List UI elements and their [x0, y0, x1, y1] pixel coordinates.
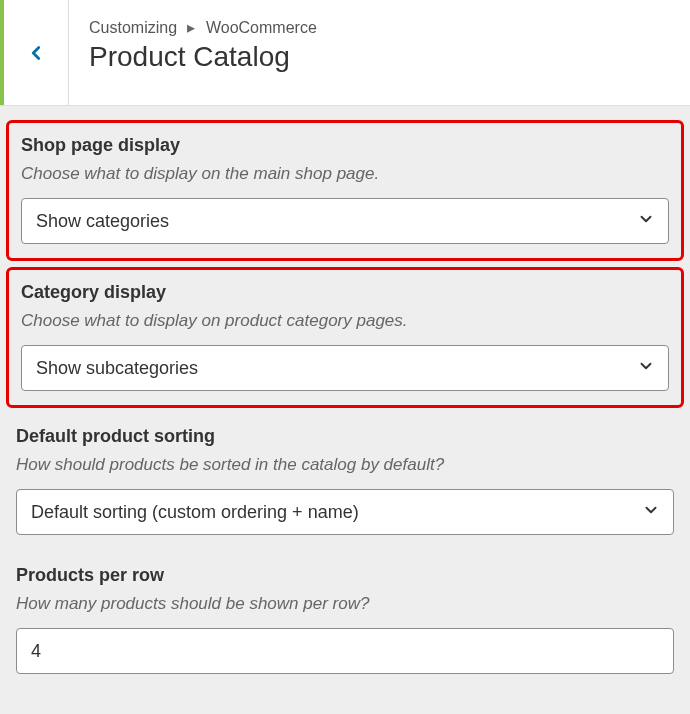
- category-display-desc: Choose what to display on product catego…: [21, 311, 669, 331]
- default-sorting-desc: How should products be sorted in the cat…: [16, 455, 674, 475]
- section-category-display: Category display Choose what to display …: [6, 267, 684, 408]
- customizer-header: Customizing ▸ WooCommerce Product Catalo…: [0, 0, 690, 106]
- page-title: Product Catalog: [89, 41, 670, 73]
- category-display-select-wrapper: Show subcategories: [21, 345, 669, 391]
- default-sorting-select-wrapper: Default sorting (custom ordering + name): [16, 489, 674, 535]
- header-text: Customizing ▸ WooCommerce Product Catalo…: [69, 0, 690, 105]
- category-display-label: Category display: [21, 282, 669, 303]
- breadcrumb-section: WooCommerce: [206, 19, 317, 36]
- section-default-sorting: Default product sorting How should produ…: [0, 412, 690, 551]
- breadcrumb: Customizing ▸ WooCommerce: [89, 18, 670, 37]
- shop-page-display-desc: Choose what to display on the main shop …: [21, 164, 669, 184]
- breadcrumb-root: Customizing: [89, 19, 177, 36]
- products-per-row-label: Products per row: [16, 565, 674, 586]
- shop-page-display-label: Shop page display: [21, 135, 669, 156]
- products-per-row-desc: How many products should be shown per ro…: [16, 594, 674, 614]
- chevron-left-icon: [25, 42, 47, 64]
- back-button[interactable]: [4, 0, 69, 105]
- default-sorting-select[interactable]: Default sorting (custom ordering + name): [16, 489, 674, 535]
- products-per-row-input[interactable]: [16, 628, 674, 674]
- default-sorting-label: Default product sorting: [16, 426, 674, 447]
- section-products-per-row: Products per row How many products shoul…: [0, 551, 690, 690]
- shop-page-display-select[interactable]: Show categories: [21, 198, 669, 244]
- breadcrumb-separator: ▸: [187, 19, 195, 36]
- content: Shop page display Choose what to display…: [0, 106, 690, 698]
- category-display-select[interactable]: Show subcategories: [21, 345, 669, 391]
- shop-page-display-select-wrapper: Show categories: [21, 198, 669, 244]
- section-shop-page-display: Shop page display Choose what to display…: [6, 120, 684, 261]
